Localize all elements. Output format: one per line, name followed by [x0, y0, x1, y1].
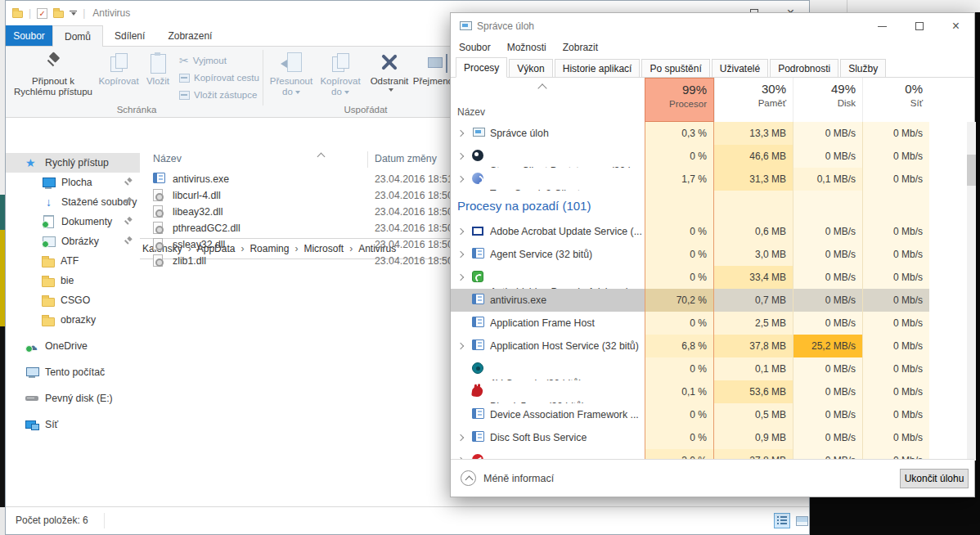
tab-po-spusteni[interactable]: Po spuštění — [641, 59, 709, 77]
cpu-cell — [645, 191, 714, 220]
menu-moznosti[interactable]: Možnosti — [499, 39, 555, 57]
expand-chevron-icon[interactable] — [457, 176, 464, 182]
tab-podrobnosti[interactable]: Podrobnosti — [770, 59, 838, 77]
process-row[interactable]: Anti-phishing Domain Advisor (...0 %33,4… — [451, 266, 967, 289]
copy-button[interactable]: Kopírovat — [97, 48, 140, 107]
process-row[interactable]: Agent Service (32 bitů)0 %3,0 MB0 MB/s0 … — [451, 243, 967, 266]
column-header-disk[interactable]: 49% Disk — [793, 78, 862, 122]
process-row[interactable]: antivirus.exe70,2 %0,7 MB0 MB/s0 Mb/s — [451, 289, 967, 312]
column-header-network[interactable]: 0% Síť — [862, 78, 929, 122]
tab-uzivatele[interactable]: Uživatelé — [712, 59, 768, 77]
pin-icon — [124, 218, 133, 226]
process-row[interactable]: AV Console (32 bitů)0 %0,1 MB0 MB/s0 Mb/… — [451, 357, 967, 380]
process-row[interactable]: Disc Soft Bus Service0 %0,9 MB0 MB/s0 Mb… — [451, 426, 967, 449]
tab-historie-aplikaci[interactable]: Historie aplikací — [555, 59, 641, 77]
process-name: Application Host Service (32 bitů) — [490, 335, 645, 357]
paste-shortcut-button[interactable]: Vložit zástupce — [179, 87, 263, 103]
sidebar-item-atf[interactable]: ATF — [6, 251, 140, 271]
end-task-button[interactable]: Ukončit úlohu — [900, 469, 969, 488]
new-folder-icon[interactable] — [53, 8, 64, 18]
sidebar-item-sit[interactable]: Síť — [6, 415, 140, 434]
pin-to-quick-access-button[interactable]: Připnout k Rychlému přístupu — [12, 48, 94, 107]
process-row[interactable]: Application Frame Host0 %2,5 MB0 MB/s0 M… — [451, 312, 967, 335]
mem-cell: 2,5 MB — [714, 312, 793, 335]
tab-soubor[interactable]: Soubor — [6, 25, 52, 46]
net-cell: 0 Mb/s — [862, 122, 929, 145]
column-header-memory[interactable]: 30% Paměť — [714, 78, 793, 122]
close-button[interactable]: × — [937, 13, 974, 39]
sidebar-item-obrazky[interactable]: Obrázky — [6, 232, 140, 251]
process-row[interactable]: Application Host Service (32 bitů)6,8 %3… — [451, 335, 967, 357]
expand-chevron-icon[interactable] — [457, 343, 464, 349]
copy-path-button[interactable]: Kopírovat cestu — [179, 70, 263, 86]
onedrive-icon — [25, 339, 39, 353]
sidebar-item-dokumenty[interactable]: Dokumenty — [6, 212, 140, 232]
column-separator[interactable] — [367, 151, 368, 168]
fewer-details-toggle[interactable]: Méně informací — [461, 470, 554, 486]
expand-chevron-icon[interactable] — [457, 274, 464, 281]
task-manager-window: Správce úloh × SouborMožnostiZobrazit Pr… — [450, 12, 975, 497]
details-view-button[interactable] — [774, 513, 790, 528]
menu-soubor[interactable]: Soubor — [451, 39, 499, 57]
column-header-cpu[interactable]: 99% Procesor — [645, 78, 714, 122]
sidebar-item-onedrive[interactable]: OneDrive — [6, 336, 140, 356]
quick-access-toolbar: | ✓ | Antivirus — [6, 1, 130, 25]
process-row[interactable]: Správce úloh0,3 %13,3 MB0 MB/s0 Mb/s — [451, 122, 967, 145]
folder-icon — [42, 314, 55, 326]
sidebar-item-rychly-pristup[interactable]: ★Rychlý přístup — [6, 153, 140, 173]
sidebar-item-stazene-soubory[interactable]: ↓Stažené soubory — [6, 192, 140, 212]
mem-cell: 0,5 MB — [714, 403, 793, 426]
process-name-cell: Device Association Framework ... — [451, 403, 645, 426]
disk-cell — [793, 191, 862, 220]
tab-sdileni[interactable]: Sdílení — [103, 25, 156, 46]
steam-icon — [472, 150, 483, 161]
column-header-date[interactable]: Datum změny — [375, 153, 437, 164]
tab-sluzby[interactable]: Služby — [840, 59, 886, 77]
maximize-button[interactable] — [901, 13, 937, 39]
properties-check-icon[interactable]: ✓ — [37, 8, 47, 19]
tab-domu[interactable]: Domů — [52, 25, 103, 47]
move-to-button[interactable]: Přesunout do — [267, 48, 315, 107]
sidebar-item-pevny-disk-e[interactable]: Pevný disk (E:) — [6, 389, 140, 408]
customize-toolbar-icon[interactable] — [70, 11, 77, 16]
folder-icon[interactable] — [12, 8, 23, 18]
expand-chevron-icon[interactable] — [457, 130, 464, 137]
pin-icon — [124, 237, 133, 245]
tab-procesy[interactable]: Procesy — [456, 57, 507, 78]
menu-zobrazit[interactable]: Zobrazit — [555, 39, 606, 57]
thumbnails-view-icon — [796, 516, 808, 526]
process-row[interactable]: Device Association Framework ...0 %0,5 M… — [451, 403, 967, 426]
cut-button[interactable]: ✂ Vyjmout — [179, 52, 263, 69]
expand-chevron-icon[interactable] — [457, 434, 464, 441]
column-header-name[interactable]: Název — [457, 106, 485, 118]
minimize-button[interactable] — [864, 13, 901, 39]
sidebar-item-tento-pocitac[interactable]: Tento počítač — [6, 362, 140, 382]
thumbnails-view-button[interactable] — [793, 513, 810, 528]
expand-chevron-icon[interactable] — [457, 251, 464, 258]
paste-button[interactable]: Vložit — [140, 48, 176, 107]
delete-button[interactable]: Odstranit — [366, 48, 413, 107]
sidebar-item-csgo[interactable]: CSGO — [6, 290, 140, 310]
scrollbar-thumb[interactable] — [967, 155, 976, 186]
sidebar-item-plocha[interactable]: Plocha — [6, 173, 140, 192]
column-header-name[interactable]: Název — [153, 153, 182, 164]
disk-cell: 0,1 MB/s — [793, 168, 862, 191]
process-name-cell: antivirus.exe — [451, 289, 645, 312]
sidebar-item-bie[interactable]: bie — [6, 271, 140, 290]
expand-chevron-icon[interactable] — [457, 228, 464, 235]
tab-zobrazeni[interactable]: Zobrazení — [156, 25, 223, 46]
process-row[interactable]: TeamSpeak 3 Client1,7 %31,3 MB0,1 MB/s0 … — [451, 168, 967, 191]
process-row[interactable]: Bloody5.exe (32 bitů)0,1 %53,6 MB0 MB/s0… — [451, 380, 967, 403]
file-name: zlib1.dll — [173, 255, 206, 267]
scrollbar-track[interactable] — [967, 122, 976, 461]
drive-icon — [25, 392, 39, 405]
mem-cell — [714, 191, 793, 220]
copy-path-icon — [179, 74, 190, 83]
process-row[interactable]: Steam Client Bootstrapper (32 b...0 %46,… — [451, 145, 967, 168]
expand-chevron-icon[interactable] — [457, 153, 464, 160]
process-row[interactable]: Adobe Acrobat Update Service (...0 %0,6 … — [451, 220, 967, 243]
window-title: Správce úloh — [477, 20, 534, 32]
copy-to-button[interactable]: Kopírovat do — [317, 48, 364, 107]
tab-vykon[interactable]: Výkon — [509, 59, 552, 77]
sidebar-item-obrazky-2[interactable]: obrazky — [6, 310, 140, 330]
